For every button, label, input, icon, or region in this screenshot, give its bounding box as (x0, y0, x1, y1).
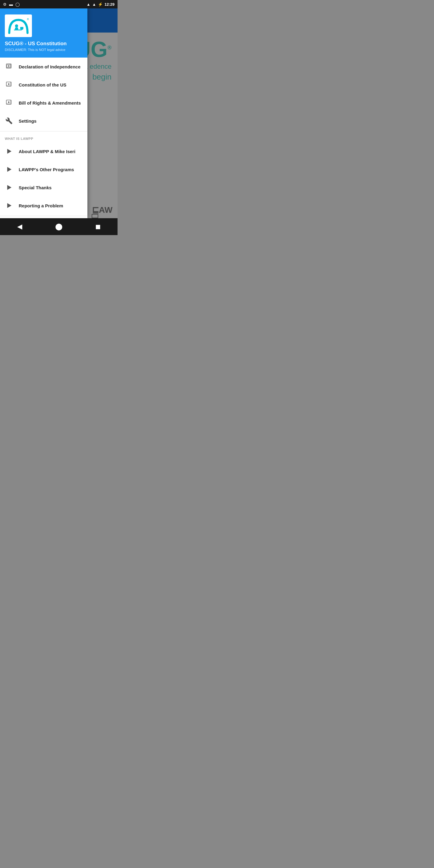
drawer-header: ® SCUG® - US Constitution DISCLAIMER: Th… (0, 8, 87, 58)
svg-marker-11 (8, 65, 10, 67)
status-icons-right: ▲ ▲ ⚡ 12:29 (87, 2, 115, 7)
menu-item-report-problem[interactable]: Reporting a Problem (0, 196, 87, 215)
battery-icon: ⚡ (98, 2, 103, 7)
status-bar: ⚙ ▬ ◯ ▲ ▲ ⚡ 12:29 (0, 0, 118, 8)
svg-marker-21 (7, 185, 11, 190)
play-icon-3 (5, 183, 13, 192)
svg-marker-14 (8, 83, 10, 85)
svg-point-3 (15, 24, 18, 27)
svg-marker-20 (7, 167, 11, 172)
sd-card-status-icon: ▬ (9, 2, 13, 7)
play-icon-1 (5, 147, 13, 156)
menu-item-constitution[interactable]: Constitution of the US (0, 76, 87, 94)
svg-marker-22 (7, 203, 11, 208)
video-library-icon-2 (5, 81, 13, 89)
home-button[interactable]: ⬤ (53, 221, 65, 233)
menu-item-bill-of-rights[interactable]: Bill of Rights & Amendments (0, 94, 87, 112)
menu-label-constitution: Constitution of the US (19, 82, 66, 87)
drawer-app-name: SCUG® - US Constitution (5, 41, 83, 47)
drawer-scrim[interactable] (87, 8, 118, 218)
menu-label-about: About LAWPP & Mike Iseri (19, 149, 75, 154)
video-library-icon-3 (5, 98, 13, 107)
circle-status-icon: ◯ (16, 2, 20, 7)
menu-label-declaration: Declaration of Independence (19, 64, 81, 69)
menu-label-report-problem: Reporting a Problem (19, 203, 63, 208)
status-icons-left: ⚙ ▬ ◯ (3, 2, 20, 7)
navigation-bar: ◀ ⬤ ◼ (0, 218, 118, 235)
svg-marker-17 (8, 101, 10, 103)
svg-marker-19 (7, 149, 11, 154)
menu-label-other-programs: LAWPP's Other Programs (19, 167, 74, 172)
signal-icon: ▲ (92, 2, 96, 7)
wrench-icon (5, 117, 13, 125)
menu-item-special-thanks[interactable]: Special Thanks (0, 179, 87, 196)
play-icon-4 (5, 201, 13, 210)
drawer-disclaimer: DISCLAIMER: This is NOT legal advice (5, 48, 83, 52)
menu-label-special-thanks: Special Thanks (19, 185, 52, 190)
drawer-menu-main: Declaration of Independence Constitution… (0, 58, 87, 218)
menu-item-about[interactable]: About LAWPP & Mike Iseri (0, 142, 87, 160)
video-library-icon-1 (5, 62, 13, 71)
svg-text:®: ® (27, 18, 29, 21)
menu-label-settings: Settings (19, 119, 36, 124)
navigation-drawer: ® SCUG® - US Constitution DISCLAIMER: Th… (0, 8, 87, 218)
svg-rect-7 (21, 29, 23, 30)
settings-status-icon: ⚙ (3, 2, 7, 7)
recent-button[interactable]: ◼ (92, 221, 104, 233)
svg-rect-6 (20, 27, 23, 29)
status-time: 12:29 (104, 2, 115, 7)
menu-item-declaration[interactable]: Declaration of Independence (0, 58, 87, 76)
wifi-icon: ▲ (87, 2, 90, 7)
back-button[interactable]: ◀ (13, 221, 26, 233)
divider-2 (0, 216, 87, 216)
divider-1 (0, 131, 87, 131)
svg-rect-5 (14, 30, 22, 30)
menu-label-bill-of-rights: Bill of Rights & Amendments (19, 100, 81, 105)
section-header-lawpp: WHAT IS LAWPP (0, 133, 87, 142)
menu-item-settings[interactable]: Settings (0, 112, 87, 130)
app-logo: ® (5, 14, 32, 37)
menu-item-other-programs[interactable]: LAWPP's Other Programs (0, 160, 87, 179)
play-icon-2 (5, 165, 13, 174)
